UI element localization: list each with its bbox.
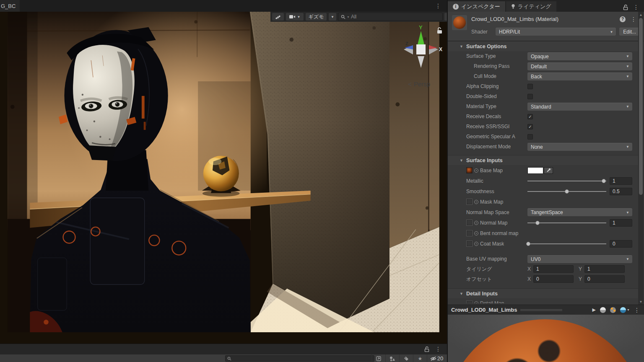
mask-map-texture-slot[interactable] bbox=[466, 199, 473, 205]
camera-button[interactable]: ▼ bbox=[286, 13, 304, 21]
wrench-icon bbox=[275, 14, 281, 20]
rendering-pass-dropdown[interactable]: Default ▼ bbox=[527, 62, 632, 70]
edit-shader-button[interactable]: Edit... bbox=[619, 28, 640, 36]
normal-map-slider[interactable] bbox=[527, 220, 606, 225]
offset-y-field[interactable]: 0 bbox=[584, 275, 625, 283]
tiling-x-field[interactable]: 1 bbox=[533, 265, 574, 273]
cull-mode-dropdown[interactable]: Back ▼ bbox=[527, 72, 632, 80]
scrollbar-thumb[interactable] bbox=[639, 18, 643, 195]
help-icon[interactable]: ? bbox=[620, 16, 626, 22]
axis-down-cone[interactable] bbox=[418, 56, 424, 68]
scroll-up-icon[interactable]: ▲ bbox=[638, 12, 644, 18]
displacement-mode-row: Displacement Mode None ▼ bbox=[448, 142, 644, 152]
search-scope-label: All bbox=[351, 14, 356, 20]
preview-drag-handle[interactable] bbox=[520, 308, 562, 312]
bent-normal-row: Bent normal map bbox=[448, 228, 644, 238]
normal-map-texture-slot[interactable] bbox=[466, 220, 473, 226]
base-uv-row: Base UV mapping UV0 ▼ bbox=[448, 254, 644, 264]
tools-button[interactable] bbox=[272, 13, 284, 21]
coat-mask-slider[interactable] bbox=[527, 241, 606, 246]
preview-shape-button[interactable] bbox=[600, 307, 606, 313]
normal-map-space-dropdown[interactable]: TangentSpace ▼ bbox=[527, 208, 632, 216]
eye-off-icon bbox=[430, 356, 436, 361]
surface-inputs-header[interactable]: ▼ Surface Inputs bbox=[448, 155, 644, 165]
favorites-button[interactable]: ★ bbox=[413, 354, 427, 362]
inspector-body: ▼ Surface Options Surface Type Opaque ▼ … bbox=[448, 41, 644, 303]
scope-icon bbox=[474, 168, 478, 173]
axis-y-cone[interactable] bbox=[418, 31, 424, 44]
scene-tab[interactable]: G_BC bbox=[0, 0, 20, 12]
geometric-specular-checkbox[interactable] bbox=[527, 134, 533, 140]
coat-mask-texture-slot[interactable] bbox=[466, 240, 473, 247]
base-uv-dropdown[interactable]: UV0 ▼ bbox=[527, 255, 632, 263]
inspector-tab-bar: i インスペクター ライティング ⋮ bbox=[448, 0, 644, 12]
tab-lighting[interactable]: ライティング bbox=[506, 1, 556, 12]
expand-window-button[interactable] bbox=[371, 354, 385, 362]
scene-search-input[interactable]: ▼ All bbox=[338, 13, 443, 21]
scroll-down-icon[interactable]: ▼ bbox=[638, 299, 644, 305]
lock-icon[interactable] bbox=[623, 5, 628, 10]
material-type-row: Material Type Standard ▼ bbox=[448, 101, 644, 111]
base-map-texture-slot[interactable] bbox=[466, 167, 473, 173]
overlay-expand-button[interactable] bbox=[444, 13, 447, 21]
base-map-color-swatch[interactable] bbox=[527, 167, 543, 174]
tiling-y-field[interactable]: 1 bbox=[584, 265, 625, 273]
normal-map-value-field[interactable]: 1 bbox=[610, 219, 632, 227]
play-icon: ▶ bbox=[592, 307, 596, 313]
scope-icon bbox=[474, 301, 478, 303]
material-thumbnail[interactable] bbox=[452, 15, 467, 30]
shader-dropdown[interactable]: HDRP/Lit ▼ bbox=[496, 28, 616, 36]
kebab-icon[interactable]: ⋮ bbox=[633, 4, 639, 10]
eyedropper-button[interactable] bbox=[544, 167, 553, 174]
displacement-mode-dropdown[interactable]: None ▼ bbox=[527, 143, 632, 151]
metallic-value-field[interactable]: 1 bbox=[610, 177, 632, 185]
alpha-clipping-checkbox[interactable] bbox=[527, 84, 533, 89]
check-icon: ✓ bbox=[528, 114, 532, 119]
persp-label[interactable]: Persp bbox=[414, 80, 430, 88]
gizmo-center-cube[interactable] bbox=[416, 44, 426, 54]
kebab-icon[interactable]: ⋮ bbox=[631, 16, 636, 22]
preview-header[interactable]: Crowd_LOD0_Mat_Limbs ▶ ▼ ⋮ bbox=[448, 305, 644, 315]
x-axis-label: X bbox=[527, 276, 533, 282]
receive-ssr-checkbox[interactable]: ✓ bbox=[527, 124, 533, 129]
surface-type-dropdown[interactable]: Opaque ▼ bbox=[527, 52, 632, 60]
gizmos-label: ギズモ bbox=[309, 13, 324, 21]
receive-decals-checkbox[interactable]: ✓ bbox=[527, 114, 533, 119]
preview-lighting-button[interactable] bbox=[610, 307, 616, 313]
material-type-dropdown[interactable]: Standard ▼ bbox=[527, 103, 632, 111]
chevron-down-icon: ▼ bbox=[626, 257, 629, 261]
smoothness-slider[interactable] bbox=[527, 189, 606, 194]
preview-environment-button[interactable]: ▼ bbox=[620, 307, 630, 313]
preview-play-button[interactable]: ▶ bbox=[592, 307, 596, 313]
lock-icon[interactable] bbox=[424, 346, 429, 352]
detail-inputs-header[interactable]: ▼ Detail Inputs bbox=[448, 288, 644, 298]
lock-icon[interactable] bbox=[437, 28, 442, 34]
double-sided-checkbox[interactable] bbox=[527, 94, 533, 99]
bent-normal-texture-slot[interactable] bbox=[466, 230, 473, 236]
chevron-down-icon: ▼ bbox=[626, 65, 629, 68]
bottom-search-input[interactable] bbox=[225, 355, 374, 362]
metallic-slider[interactable] bbox=[527, 178, 606, 184]
pickability-button[interactable] bbox=[385, 354, 399, 362]
scene-visibility-button[interactable]: 20 bbox=[427, 354, 446, 362]
smoothness-value-field[interactable]: 0.5 bbox=[610, 188, 632, 195]
tab-inspector[interactable]: i インスペクター bbox=[448, 1, 505, 12]
chevron-down-icon: ▼ bbox=[626, 54, 629, 58]
offset-x-field[interactable]: 0 bbox=[533, 275, 574, 283]
inspector-scrollbar[interactable]: ▲ ▼ bbox=[638, 12, 644, 305]
scene-tab-bar: G_BC ⋮ bbox=[0, 0, 447, 12]
scene-viewport[interactable] bbox=[0, 12, 447, 344]
kebab-icon[interactable]: ⋮ bbox=[435, 3, 441, 9]
material-preview[interactable] bbox=[448, 315, 644, 362]
gizmos-dropdown-button[interactable]: ▼ bbox=[328, 13, 337, 21]
view-orientation-gizmo[interactable]: Y Z X < Persp bbox=[400, 23, 444, 90]
detail-map-texture-slot[interactable] bbox=[466, 300, 473, 304]
tag-filter-button[interactable] bbox=[399, 354, 413, 362]
bulb-icon bbox=[511, 4, 515, 9]
kebab-icon[interactable]: ⋮ bbox=[435, 346, 441, 352]
gizmos-button[interactable]: ギズモ bbox=[305, 13, 327, 21]
kebab-icon[interactable]: ⋮ bbox=[634, 307, 640, 313]
coat-mask-value-field[interactable]: 0 bbox=[610, 240, 632, 248]
caret-icon: ▼ bbox=[331, 15, 334, 19]
surface-options-header[interactable]: ▼ Surface Options bbox=[448, 41, 644, 51]
